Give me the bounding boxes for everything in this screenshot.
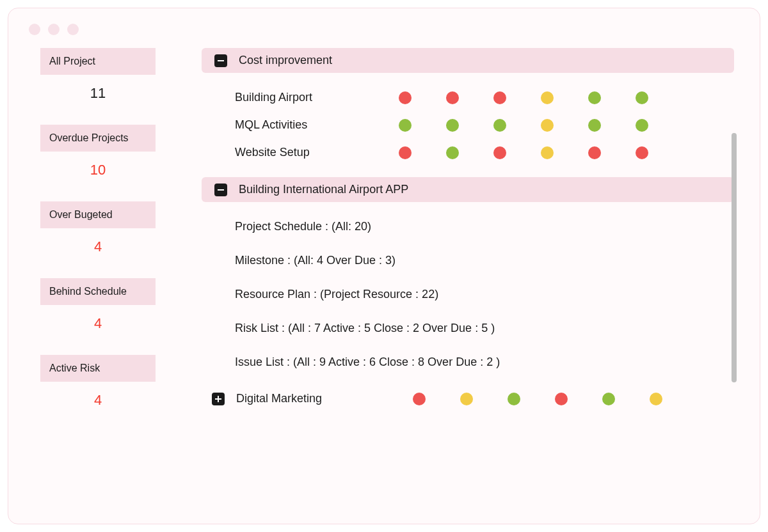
status-dot (636, 146, 648, 159)
metric-all-projects: All Project 11 (40, 48, 156, 114)
metric-active-risk: Active Risk 4 (40, 355, 156, 421)
metric-overdue-projects: Overdue Projects 10 (40, 125, 156, 191)
detail-list: Project Schedule : (All: 20) Milestone :… (202, 220, 734, 374)
status-dot (555, 393, 568, 405)
status-dot (446, 119, 459, 132)
group-header: Cost improvement (202, 48, 734, 73)
metric-label: Overdue Projects (40, 125, 156, 152)
metric-value: 4 (40, 228, 156, 268)
app-window: All Project 11 Overdue Projects 10 Over … (8, 8, 760, 524)
project-name: Website Setup (235, 146, 399, 159)
sidebar: All Project 11 Overdue Projects 10 Over … (40, 48, 156, 421)
group-title: Building International Airport APP (239, 183, 408, 196)
detail-risk-list: Risk List : (All : 7 Active : 5 Close : … (235, 322, 734, 335)
status-dot (446, 91, 459, 104)
status-dot (541, 119, 554, 132)
status-dot (413, 393, 426, 405)
expand-icon[interactable] (212, 393, 225, 405)
metric-value: 11 (40, 75, 156, 114)
window-dot[interactable] (29, 24, 40, 35)
svg-rect-1 (218, 189, 224, 191)
status-dots (413, 393, 662, 405)
status-dot (650, 393, 662, 405)
status-dot (541, 91, 554, 104)
status-dot (399, 146, 412, 159)
window-dot[interactable] (48, 24, 60, 35)
window-controls (8, 8, 760, 35)
metric-value: 4 (40, 305, 156, 345)
group-cost-improvement: Cost improvement Building Airport MQL Ac… (202, 48, 734, 159)
status-dot (493, 146, 506, 159)
group-header: Building International Airport APP (202, 177, 734, 202)
detail-issue-list: Issue List : (All : 9 Active : 6 Close :… (235, 356, 734, 369)
project-row[interactable]: Building Airport (235, 91, 734, 104)
window-dot[interactable] (67, 24, 79, 35)
status-dot (399, 119, 412, 132)
group-title: Digital Marketing (236, 392, 413, 405)
status-dots (399, 119, 648, 132)
group-digital-marketing[interactable]: Digital Marketing (202, 392, 734, 405)
status-dots (399, 146, 648, 159)
content-area: All Project 11 Overdue Projects 10 Over … (8, 35, 760, 421)
project-row[interactable]: MQL Activities (235, 118, 734, 132)
status-dot (399, 91, 412, 104)
status-dot (602, 393, 615, 405)
metric-label: All Project (40, 48, 156, 75)
status-dot (508, 393, 520, 405)
svg-rect-3 (218, 396, 219, 402)
metric-label: Active Risk (40, 355, 156, 382)
status-dot (493, 91, 506, 104)
group-title: Cost improvement (239, 54, 332, 67)
status-dot (493, 119, 506, 132)
status-dot (541, 146, 554, 159)
status-dot (636, 119, 648, 132)
status-dot (588, 146, 601, 159)
metric-value: 10 (40, 152, 156, 191)
metric-behind-schedule: Behind Schedule 4 (40, 278, 156, 345)
metric-label: Over Bugeted (40, 201, 156, 228)
status-dot (588, 119, 601, 132)
project-list: Building Airport MQL Activities Website … (202, 91, 734, 159)
collapse-icon[interactable] (214, 54, 227, 67)
detail-resource-plan: Resource Plan : (Project Resource : 22) (235, 288, 734, 301)
main-panel: Cost improvement Building Airport MQL Ac… (202, 48, 734, 421)
status-dot (588, 91, 601, 104)
status-dots (399, 91, 648, 104)
project-name: Building Airport (235, 91, 399, 104)
project-row[interactable]: Website Setup (235, 146, 734, 159)
group-building-airport: Building International Airport APP Proje… (202, 177, 734, 374)
scrollbar[interactable] (732, 133, 737, 382)
collapse-icon[interactable] (214, 184, 227, 196)
detail-milestone: Milestone : (All: 4 Over Due : 3) (235, 254, 734, 267)
svg-rect-0 (218, 60, 224, 61)
status-dot (446, 146, 459, 159)
detail-project-schedule: Project Schedule : (All: 20) (235, 220, 734, 233)
status-dot (636, 91, 648, 104)
project-name: MQL Activities (235, 118, 399, 132)
metric-over-budgeted: Over Bugeted 4 (40, 201, 156, 268)
metric-value: 4 (40, 382, 156, 421)
status-dot (460, 393, 473, 405)
metric-label: Behind Schedule (40, 278, 156, 305)
